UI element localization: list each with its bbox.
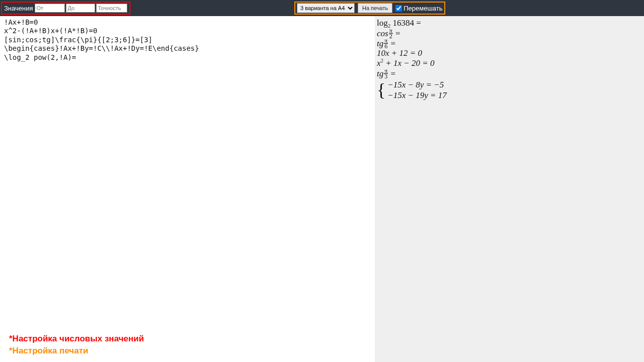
values-label: Значения	[3, 5, 35, 12]
math-line: tgπ3 =	[377, 68, 447, 78]
math-line: tgπ6 =	[377, 38, 447, 48]
math-line: x2 + 1x − 20 = 0	[377, 58, 447, 68]
editor-line: [sin;cos;tg]\frac{\pi}{[2;3;6]}=[3]	[4, 36, 152, 44]
math-line: 10x + 12 = 0	[377, 48, 447, 58]
brace-icon: {	[377, 81, 385, 99]
math-line: −15x − 8y = −5	[387, 79, 447, 90]
legend: *Настройка числовых значений *Настройка …	[9, 333, 144, 357]
preview-pane: log2 16384 = cosπ2 = tgπ6 = 10x + 12 = 0…	[375, 16, 644, 362]
editor-line: \begin{cases}!Ax+!By=!C\\!Ax+!Dy=!E\end{…	[4, 44, 199, 52]
shuffle-toggle[interactable]: Перемешать	[395, 5, 442, 12]
math-line: cosπ2 =	[377, 28, 447, 38]
shuffle-label: Перемешать	[404, 5, 442, 12]
range-from-input[interactable]	[35, 4, 65, 13]
print-settings-group: 3 варианта на А4 На печать Перемешать	[294, 2, 445, 15]
range-to-input[interactable]	[66, 4, 95, 13]
topbar: Значения 3 варианта на А4 На печать Пере…	[0, 0, 644, 16]
source-editor-pane: !Ax+!B=0 x^2-(!A+!B)x+(!A*!B)=0 [sin;cos…	[0, 16, 375, 362]
variants-select[interactable]: 3 варианта на А4	[297, 3, 355, 13]
legend-print: *Настройка печати	[9, 345, 144, 357]
editor-line: x^2-(!A+!B)x+(!A*!B)=0	[4, 27, 97, 35]
content-area: !Ax+!B=0 x^2-(!A+!B)x+(!A*!B)=0 [sin;cos…	[0, 16, 644, 362]
print-button[interactable]: На печать	[358, 3, 392, 13]
source-editor[interactable]: !Ax+!B=0 x^2-(!A+!B)x+(!A*!B)=0 [sin;cos…	[0, 16, 375, 64]
legend-values: *Настройка числовых значений	[9, 333, 144, 345]
values-settings-group: Значения	[1, 2, 130, 15]
math-output: log2 16384 = cosπ2 = tgπ6 = 10x + 12 = 0…	[377, 18, 447, 101]
math-line: −15x − 19y = 17	[387, 90, 447, 101]
shuffle-checkbox[interactable]	[395, 5, 402, 12]
editor-line: !Ax+!B=0	[4, 18, 38, 26]
math-line: log2 16384 =	[377, 18, 447, 28]
math-system: { −15x − 8y = −5 −15x − 19y = 17	[377, 79, 447, 101]
editor-line: \log_2 pow(2,!A)=	[4, 53, 76, 61]
precision-input[interactable]	[96, 4, 127, 13]
